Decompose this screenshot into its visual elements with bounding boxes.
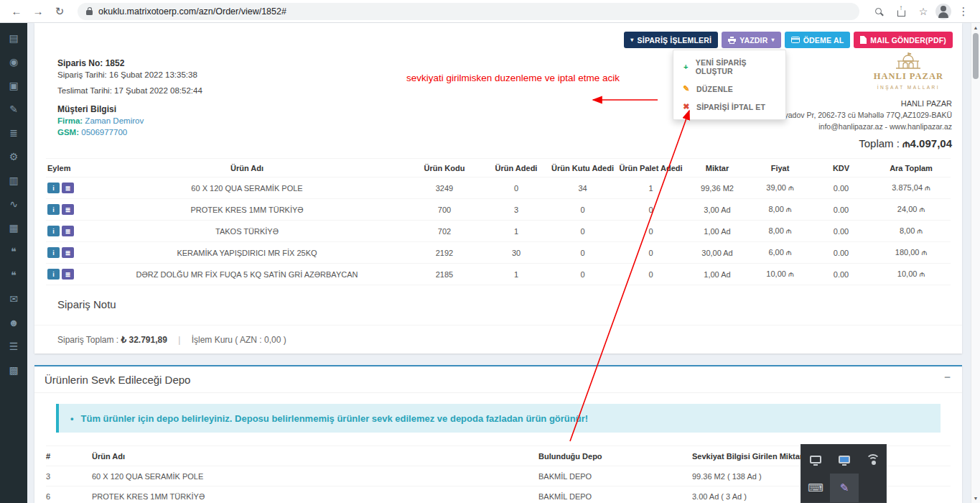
order-date: Sipariş Tarihi: 16 Şubat 2022 13:35:38 [57,69,202,80]
bookmark-star-icon[interactable]: ☆ [914,6,933,17]
divider [34,392,962,393]
back-icon[interactable]: ← [7,5,26,17]
sidebar-document-icon[interactable]: ▥ [0,168,27,192]
reload-icon[interactable]: ↻ [50,5,69,18]
col-eylem: Eylem [46,159,89,177]
scrollbar-thumb[interactable] [973,33,979,79]
scroll-up-icon[interactable]: ▲ [971,25,980,30]
col-product-name: Ürün Adı [92,446,538,466]
menu-item-cancel-order-label: SİPARİŞİ İPTAL ET [696,103,765,111]
send-mail-button[interactable]: MAIL GÖNDER(PDF) [854,32,953,48]
col-fiyat: Fiyat [750,159,811,177]
firm-link[interactable]: Zaman Demirov [85,116,144,125]
order-note-title: Sipariş Notu [57,298,116,310]
sidebar-camera-icon[interactable]: ▣ [0,73,27,97]
menu-item-edit-label: DÜZENLE [696,85,733,93]
row-detail-button[interactable]: ≣ [62,226,74,236]
col-warehouse: Bulunduğu Depo [538,446,692,466]
sidebar-mail-icon[interactable]: ✉ [0,287,27,310]
display-blue-icon[interactable] [830,445,859,474]
col-miktar: Miktar [685,159,750,177]
browser-menu-icon[interactable]: ⋮ [954,5,973,18]
print-button[interactable]: YAZDIR ▾ [722,32,781,48]
order-operations-menu: + YENİ SİPARİŞ OLUŞTUR ✎ DÜZENLE ✖ SİPAR… [673,50,786,120]
collapse-button[interactable]: − [944,371,951,383]
sidebar-layers-icon[interactable]: ≣ [0,121,27,144]
pen-icon[interactable]: ✎ [830,474,859,502]
order-items-table: Eylem Ürün Adı Ürün Kodu Ürün Adedi Ürün… [46,158,951,285]
url-text: okuklu.matrixotoerp.com/azn/Order/view/1… [98,6,286,17]
profile-avatar-icon[interactable] [935,4,951,19]
depot-warning-alert: • Tüm ürünler için depo belirleyiniz. De… [56,404,941,433]
pencil-icon: ✎ [682,84,691,93]
send-mail-label: MAIL GÖNDER(PDF) [870,36,946,45]
col-urun-adi: Ürün Adı [89,159,405,177]
row-info-button[interactable]: i [47,204,60,215]
sidebar-eye-icon[interactable]: ◉ [0,50,27,73]
col-urun-adedi: Ürün Adedi [484,159,549,177]
logo-subtitle: İNŞAAT MALLARI [874,82,943,93]
total-label: Toplam : [859,137,900,149]
share-icon[interactable] [891,6,911,17]
sidebar-comment-alt-icon[interactable]: ❝ [0,263,27,287]
company-contact: info@hanlipazar.az - www.hanlipazar.az [672,121,952,132]
items-header-row: Eylem Ürün Adı Ürün Kodu Ürün Adedi Ürün… [46,159,951,177]
menu-item-new-order[interactable]: + YENİ SİPARİŞ OLUŞTUR [673,54,785,80]
row-info-button[interactable]: i [47,183,60,193]
sidebar-list-icon[interactable]: ☰ [0,334,27,358]
building-logo-icon [892,52,925,70]
keyboard-icon[interactable]: ⌨ [801,474,830,502]
row-detail-button[interactable]: ≣ [62,204,74,215]
order-info-block: Siparis No: 1852 Sipariş Tarihi: 16 Şuba… [57,57,202,138]
col-kdv: KDV [811,159,872,177]
gsm-link[interactable]: 0506977700 [81,128,127,137]
bullet-icon: • [70,413,74,424]
table-row: i≣ 60 X 120 QUA SERAMİK POLE3249 034 199… [46,177,951,199]
order-detail-card: ▾ SİPARİŞ İŞLEMLERİ YAZDIR ▾ ÖDEME AL MA… [34,23,962,354]
order-totals-line: Sipariş Toplam : ₺ 32.791,89 | İşlem Kur… [57,335,286,345]
exchange-rate: İşlem Kuru ( AZN : 0,00 ) [192,335,286,345]
sidebar-chart-icon[interactable]: ∿ [0,192,27,216]
row-detail-button[interactable]: ≣ [62,183,74,193]
divider: | [178,335,180,345]
url-bar[interactable]: okuklu.matrixotoerp.com/azn/Order/view/1… [78,3,859,20]
take-payment-button[interactable]: ÖDEME AL [785,32,851,48]
sidebar-calendar-icon[interactable]: ▩ [0,358,27,382]
forward-icon[interactable]: → [29,5,47,17]
table-row: i≣ TAKOS TÜRKİYƏ702 10 01,00 Ad 8,00 ₼0.… [46,221,951,242]
order-total-label: Sipariş Toplam : [57,335,118,345]
pdf-document-icon [860,36,867,44]
sidebar-grid-icon[interactable]: ▦ [0,216,27,239]
col-kutu-adedi: Ürün Kutu Adedi [549,159,617,177]
menu-item-new-order-label: YENİ SİPARİŞ OLUŞTUR [696,58,777,75]
print-label: YAZDIR [739,36,767,45]
depot-warning-text: Tüm ürünler için depo belirleyiniz. Depo… [81,413,588,424]
row-info-button[interactable]: i [47,226,60,236]
table-row: i≣ PROTEK KRES 1MM TÜRKİYƏ700 30 03,00 A… [46,199,951,221]
menu-item-edit[interactable]: ✎ DÜZENLE [673,80,785,98]
system-tray-popup: ⌨ ✎ [801,444,887,503]
scroll-down-icon[interactable]: ▼ [971,496,980,501]
zoom-icon[interactable] [868,8,888,14]
depot-section-title: Ürünlerin Sevk Edileceği Depo [45,374,190,386]
row-detail-button[interactable]: ≣ [62,247,74,258]
logo-title: HANLI PAZAR [874,70,943,82]
sidebar-user-icon[interactable]: ☻ [0,310,27,334]
printer-icon [728,37,736,44]
col-palet-adedi: Ürün Palet Adedi [617,159,685,177]
row-detail-button[interactable]: ≣ [62,269,74,280]
display-icon[interactable] [801,445,830,474]
payment-card-icon [791,37,800,43]
delivery-date: Teslimat Tarihi: 17 Şubat 2022 08:52:44 [57,85,202,96]
order-operations-button[interactable]: ▾ SİPARİŞ İŞLEMLERİ [624,32,718,48]
row-info-button[interactable]: i [47,269,60,280]
sidebar-cog-icon[interactable]: ⚙ [0,144,27,168]
menu-item-cancel-order[interactable]: ✖ SİPARİŞİ İPTAL ET [673,98,785,116]
sidebar-edit-icon[interactable]: ✎ [0,97,27,121]
take-payment-label: ÖDEME AL [803,36,844,45]
page-scrollbar[interactable]: ▲ ▼ [971,23,980,503]
sidebar-clipboard-icon[interactable]: ▤ [0,26,27,50]
row-info-button[interactable]: i [47,247,60,258]
sidebar-comment-icon[interactable]: ❝ [0,239,27,263]
wifi-icon[interactable] [859,445,887,474]
